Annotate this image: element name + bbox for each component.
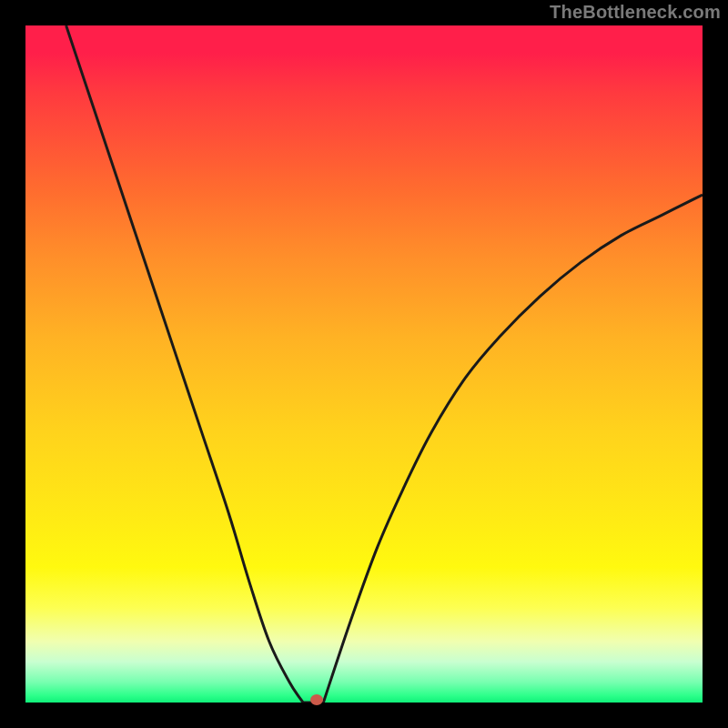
watermark-label: TheBottleneck.com [550, 2, 721, 23]
minimum-point-marker [310, 694, 323, 705]
curve-left-branch [66, 25, 303, 703]
plot-area [25, 25, 703, 703]
bottleneck-curve [25, 25, 703, 703]
curve-right-branch [323, 195, 703, 703]
chart-frame: TheBottleneck.com [0, 0, 728, 728]
